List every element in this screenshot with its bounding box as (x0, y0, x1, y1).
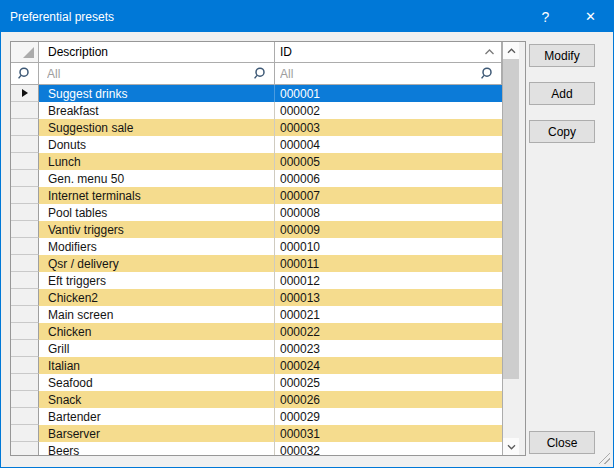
table-row[interactable]: Suggestion sale 000003 (11, 119, 502, 136)
copy-button[interactable]: Copy (529, 120, 595, 143)
id-filter-input[interactable] (280, 67, 480, 81)
description-cell[interactable]: Qsr / delivery (39, 255, 275, 272)
description-cell[interactable]: Chicken (39, 323, 275, 340)
description-cell[interactable]: Gen. menu 50 (39, 170, 275, 187)
vertical-scrollbar[interactable] (502, 42, 519, 455)
scrollbar-thumb[interactable] (503, 59, 519, 379)
table-row[interactable]: Beers 000032 (11, 442, 502, 455)
row-selector-cell[interactable] (11, 442, 39, 455)
id-cell[interactable]: 000001 (275, 85, 502, 102)
description-cell[interactable]: Beers (39, 442, 275, 455)
table-row[interactable]: Internet terminals 000007 (11, 187, 502, 204)
row-selector-cell[interactable] (11, 85, 39, 102)
titlebar-close-button[interactable]: ✕ (568, 1, 613, 32)
id-cell[interactable]: 000029 (275, 408, 502, 425)
table-row[interactable]: Qsr / delivery 000011 (11, 255, 502, 272)
table-row[interactable]: Grill 000023 (11, 340, 502, 357)
row-selector-cell[interactable] (11, 357, 39, 374)
id-cell[interactable]: 000006 (275, 170, 502, 187)
close-button[interactable]: Close (529, 431, 595, 454)
scroll-up-button[interactable] (503, 42, 519, 59)
id-cell[interactable]: 000025 (275, 374, 502, 391)
row-selector-cell[interactable] (11, 289, 39, 306)
table-row[interactable]: Snack 000026 (11, 391, 502, 408)
description-cell[interactable]: Grill (39, 340, 275, 357)
row-selector-cell[interactable] (11, 102, 39, 119)
description-cell[interactable]: Vantiv triggers (39, 221, 275, 238)
id-cell[interactable]: 000021 (275, 306, 502, 323)
description-cell[interactable]: Italian (39, 357, 275, 374)
row-selector-cell[interactable] (11, 340, 39, 357)
description-cell[interactable]: Internet terminals (39, 187, 275, 204)
id-cell[interactable]: 000009 (275, 221, 502, 238)
table-row[interactable]: Seafood 000025 (11, 374, 502, 391)
row-selector-cell[interactable] (11, 306, 39, 323)
row-selector-cell[interactable] (11, 153, 39, 170)
table-row[interactable]: Chicken2 000013 (11, 289, 502, 306)
description-filter-input[interactable] (47, 67, 253, 81)
row-selector-cell[interactable] (11, 391, 39, 408)
id-cell[interactable]: 000011 (275, 255, 502, 272)
id-cell[interactable]: 000023 (275, 340, 502, 357)
scroll-down-button[interactable] (503, 438, 519, 455)
id-cell[interactable]: 000005 (275, 153, 502, 170)
description-cell[interactable]: Snack (39, 391, 275, 408)
help-button[interactable]: ? (523, 1, 568, 32)
id-cell[interactable]: 000004 (275, 136, 502, 153)
table-row[interactable]: Italian 000024 (11, 357, 502, 374)
select-all-corner-cell[interactable] (11, 42, 39, 63)
table-row[interactable]: Pool tables 000008 (11, 204, 502, 221)
table-row[interactable]: Barserver 000031 (11, 425, 502, 442)
id-cell[interactable]: 000031 (275, 425, 502, 442)
table-row[interactable]: Donuts 000004 (11, 136, 502, 153)
row-selector-cell[interactable] (11, 187, 39, 204)
id-cell[interactable]: 000002 (275, 102, 502, 119)
id-cell[interactable]: 000007 (275, 187, 502, 204)
description-cell[interactable]: Eft triggers (39, 272, 275, 289)
table-row[interactable]: Main screen 000021 (11, 306, 502, 323)
row-selector-cell[interactable] (11, 374, 39, 391)
id-cell[interactable]: 000022 (275, 323, 502, 340)
table-row[interactable]: Suggest drinks 000001 (11, 85, 502, 102)
description-cell[interactable]: Seafood (39, 374, 275, 391)
filter-row-indicator-cell[interactable] (11, 63, 39, 85)
modify-button[interactable]: Modify (529, 44, 595, 67)
description-cell[interactable]: Main screen (39, 306, 275, 323)
description-cell[interactable]: Modifiers (39, 238, 275, 255)
table-row[interactable]: Bartender 000029 (11, 408, 502, 425)
description-cell[interactable]: Barserver (39, 425, 275, 442)
description-cell[interactable]: Breakfast (39, 102, 275, 119)
column-header-id[interactable]: ID (275, 42, 502, 63)
id-cell[interactable]: 000003 (275, 119, 502, 136)
table-row[interactable]: Vantiv triggers 000009 (11, 221, 502, 238)
description-cell[interactable]: Lunch (39, 153, 275, 170)
id-cell[interactable]: 000024 (275, 357, 502, 374)
id-cell[interactable]: 000012 (275, 272, 502, 289)
id-cell[interactable]: 000008 (275, 204, 502, 221)
description-cell[interactable]: Chicken2 (39, 289, 275, 306)
row-selector-cell[interactable] (11, 425, 39, 442)
row-selector-cell[interactable] (11, 170, 39, 187)
row-selector-cell[interactable] (11, 204, 39, 221)
scrollbar-track[interactable] (503, 379, 519, 438)
table-row[interactable]: Breakfast 000002 (11, 102, 502, 119)
description-cell[interactable]: Donuts (39, 136, 275, 153)
row-selector-cell[interactable] (11, 323, 39, 340)
id-cell[interactable]: 000032 (275, 442, 502, 455)
description-cell[interactable]: Bartender (39, 408, 275, 425)
search-icon[interactable] (253, 66, 268, 81)
resize-grip[interactable] (597, 451, 610, 464)
search-icon[interactable] (480, 66, 495, 81)
row-selector-cell[interactable] (11, 119, 39, 136)
description-cell[interactable]: Suggestion sale (39, 119, 275, 136)
row-selector-cell[interactable] (11, 408, 39, 425)
table-row[interactable]: Eft triggers 000012 (11, 272, 502, 289)
row-selector-cell[interactable] (11, 136, 39, 153)
id-cell[interactable]: 000013 (275, 289, 502, 306)
column-header-description[interactable]: Description (39, 42, 275, 63)
id-cell[interactable]: 000010 (275, 238, 502, 255)
row-selector-cell[interactable] (11, 255, 39, 272)
table-row[interactable]: Modifiers 000010 (11, 238, 502, 255)
row-selector-cell[interactable] (11, 221, 39, 238)
id-cell[interactable]: 000026 (275, 391, 502, 408)
